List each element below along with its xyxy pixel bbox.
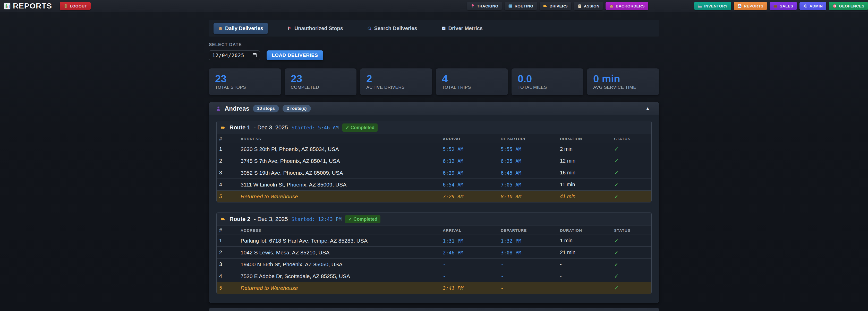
check-icon: ✓ bbox=[614, 273, 651, 280]
stop-duration: 21 min bbox=[560, 249, 614, 255]
nav-button-assign[interactable]: ASSIGN bbox=[574, 2, 603, 10]
route-panel-2: Route 2 - Dec 3, 2025 Started: 12:43 PM … bbox=[216, 212, 652, 294]
stop-address: 3052 S 19th Ave, Phoenix, AZ 85009, USA bbox=[241, 170, 443, 176]
stop-duration: 1 min bbox=[560, 238, 614, 244]
stop-departure: - bbox=[501, 273, 560, 279]
truck-icon bbox=[221, 217, 226, 222]
clipboard-icon bbox=[578, 4, 582, 8]
stop-duration: 41 min bbox=[560, 194, 614, 199]
tab-label: Driver Metrics bbox=[448, 26, 483, 31]
nav-button-admin[interactable]: ADMIN bbox=[800, 2, 827, 10]
stop-departure: 3:08 PM bbox=[501, 250, 560, 255]
stop-arrival: 6:12 AM bbox=[443, 158, 501, 164]
table-row: 1 2630 S 20th Pl, Phoenix, AZ 85034, USA… bbox=[217, 143, 651, 155]
nav-button-inventory[interactable]: INVENTORY bbox=[694, 2, 731, 10]
nav-button-sales[interactable]: SALES bbox=[770, 2, 797, 10]
driver-header[interactable]: Andreas 10 stops 2 route(s) ▲ bbox=[209, 102, 659, 115]
stop-num: 5 bbox=[217, 194, 241, 199]
gear-icon bbox=[803, 4, 807, 8]
nav-button-drivers[interactable]: DRIVERS bbox=[539, 2, 571, 10]
tab-daily-deliveries[interactable]: Daily Deliveries bbox=[214, 23, 268, 34]
date-field[interactable] bbox=[209, 50, 260, 60]
tab-driver-metrics[interactable]: Driver Metrics bbox=[437, 23, 487, 34]
col-departure: DEPARTURE bbox=[501, 228, 560, 233]
brand: REPORTS bbox=[4, 2, 52, 10]
stat-value: 0 min bbox=[593, 74, 653, 84]
stat-label: TOTAL TRIPS bbox=[442, 85, 502, 90]
route-started: Started: 5:46 AM bbox=[291, 125, 339, 130]
stop-departure: 7:05 AM bbox=[501, 182, 560, 187]
check-icon: ✓ bbox=[614, 181, 651, 188]
driver-card-andreas: Andreas 10 stops 2 route(s) ▲ Route 1 - … bbox=[209, 102, 659, 303]
stop-address: 19400 N 56th St, Phoenix, AZ 85050, USA bbox=[241, 261, 443, 268]
stat-active-drivers: 2 ACTIVE DRIVERS bbox=[360, 68, 432, 95]
logo-bar bbox=[7, 6, 8, 8]
route-name: Route 2 bbox=[229, 216, 250, 222]
app-logo-icon bbox=[4, 3, 10, 9]
stat-value: 23 bbox=[291, 74, 350, 84]
stop-departure: 6:45 AM bbox=[501, 170, 560, 176]
route-header: Route 2 - Dec 3, 2025 Started: 12:43 PM … bbox=[217, 212, 651, 226]
stop-arrival: - bbox=[443, 273, 501, 279]
stop-arrival: - bbox=[443, 262, 501, 267]
stat-total-trips: 4 TOTAL TRIPS bbox=[436, 68, 508, 95]
calendar-icon[interactable] bbox=[253, 53, 256, 57]
stop-departure: - bbox=[501, 262, 560, 267]
stop-arrival: 1:31 PM bbox=[443, 238, 501, 244]
check-icon: ✓ bbox=[614, 261, 651, 268]
route-panel-1: Route 1 - Dec 3, 2025 Started: 5:46 AM ✓… bbox=[216, 120, 652, 202]
logout-button[interactable]: LOGOUT bbox=[60, 2, 91, 10]
check-icon: ✓ bbox=[614, 170, 651, 176]
nav-button-backorders[interactable]: BACKORDERS bbox=[606, 2, 648, 10]
routes-badge: 2 route(s) bbox=[283, 105, 311, 112]
next-driver-card-header[interactable] bbox=[209, 308, 659, 311]
stop-duration: - bbox=[560, 285, 614, 291]
stop-duration: - bbox=[560, 273, 614, 279]
col-address: ADDRESS bbox=[241, 137, 443, 141]
search-icon bbox=[367, 26, 372, 31]
truck-icon bbox=[221, 125, 226, 130]
date-input[interactable] bbox=[212, 53, 248, 58]
nav-button-geofences[interactable]: GEOFENCES bbox=[829, 2, 868, 10]
completed-badge: ✓ Completed bbox=[342, 124, 378, 132]
tab-unauthorized-stops[interactable]: Unauthorized Stops bbox=[283, 23, 348, 34]
stop-arrival: 6:29 AM bbox=[443, 170, 501, 176]
stop-address: 2630 S 20th Pl, Phoenix, AZ 85034, USA bbox=[241, 146, 443, 152]
flag-icon bbox=[287, 26, 292, 31]
stop-address: Parking lot, 6718 S Harl Ave, Tempe, AZ … bbox=[241, 238, 443, 244]
stat-value: 0.0 bbox=[518, 74, 578, 84]
col-address: ADDRESS bbox=[241, 228, 443, 233]
nav-label: BACKORDERS bbox=[616, 4, 645, 8]
tab-search-deliveries[interactable]: Search Deliveries bbox=[363, 23, 422, 34]
briefcase-icon bbox=[773, 4, 778, 8]
stop-arrival: 5:52 AM bbox=[443, 146, 501, 152]
load-deliveries-button[interactable]: LOAD DELIVERIES bbox=[267, 50, 323, 60]
tab-label: Search Deliveries bbox=[374, 26, 417, 31]
started-label: Started: bbox=[291, 125, 315, 130]
metrics-icon bbox=[441, 26, 446, 31]
pin-icon bbox=[471, 4, 475, 8]
select-date-label: SELECT DATE bbox=[209, 42, 659, 47]
person-icon bbox=[216, 106, 221, 111]
nav-button-routing[interactable]: ROUTING bbox=[504, 2, 537, 10]
logo-bar bbox=[5, 5, 5, 8]
truck-icon bbox=[543, 4, 548, 8]
stop-departure: 5:55 AM bbox=[501, 146, 560, 152]
stop-address: Returned to Warehouse bbox=[241, 194, 443, 200]
col-arrival: ARRIVAL bbox=[443, 228, 501, 233]
stat-completed: 23 COMPLETED bbox=[285, 68, 357, 95]
nav-label: ASSIGN bbox=[584, 4, 600, 8]
chart-icon bbox=[737, 4, 742, 8]
collapse-button[interactable]: ▲ bbox=[645, 106, 652, 111]
stop-num: 1 bbox=[217, 238, 241, 244]
stat-label: COMPLETED bbox=[291, 85, 350, 90]
started-time: 5:46 AM bbox=[318, 125, 339, 130]
stop-num: 2 bbox=[217, 249, 241, 255]
stop-arrival: 3:41 PM bbox=[443, 285, 501, 291]
nav-button-tracking[interactable]: TRACKING bbox=[467, 2, 502, 10]
driver-name: Andreas bbox=[225, 105, 249, 112]
stop-arrival: 6:54 AM bbox=[443, 182, 501, 187]
col-status: STATUS bbox=[614, 137, 651, 141]
nav-label: SALES bbox=[780, 4, 793, 8]
nav-button-reports[interactable]: REPORTS bbox=[734, 2, 767, 10]
